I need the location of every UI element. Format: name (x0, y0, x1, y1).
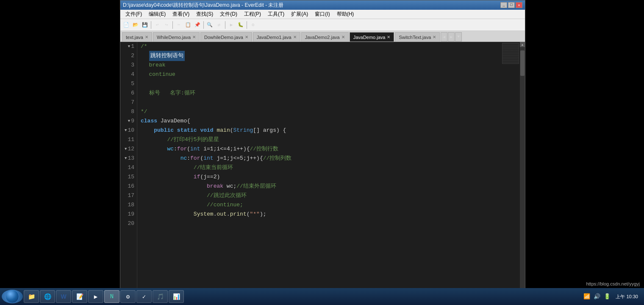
menu-help[interactable]: 帮助(H) (333, 10, 358, 19)
line-num-4: 4 (122, 70, 134, 79)
menu-edit[interactable]: 编辑(E) (145, 10, 169, 19)
line-num-1: ▼1 (122, 42, 134, 51)
line-num-11: 11 (122, 135, 134, 144)
tab-next-button[interactable]: ▶ (448, 32, 455, 42)
tab-switchtext[interactable]: SwitchText.java ✕ (395, 32, 440, 42)
menu-file2[interactable]: 文件(D) (217, 10, 241, 19)
tab-close-switchtext[interactable]: ✕ (433, 35, 436, 39)
taskbar-check[interactable]: ✓ (136, 290, 152, 303)
tab-close-javademo1[interactable]: ✕ (293, 35, 297, 39)
taskbar-notepad[interactable]: 📝 (72, 290, 87, 303)
toolbar-copy[interactable]: 📋 (184, 21, 192, 29)
toolbar-open[interactable]: 📂 (131, 21, 140, 29)
scrollbar-vertical[interactable]: ▲ ▼ (520, 42, 525, 295)
line-num-10: ▼10 (122, 126, 134, 135)
minimize-button[interactable]: _ (500, 2, 507, 8)
tab-prev-button[interactable]: ◀ (441, 32, 447, 42)
tab-close-whiledemo[interactable]: ✕ (192, 35, 196, 39)
toolbar-sep2 (172, 21, 173, 29)
taskbar-app9[interactable]: 🎵 (153, 290, 168, 303)
tab-dowhiledemo[interactable]: DowhileDemo.java ✕ (200, 32, 252, 42)
menu-project[interactable]: 工程(P) (241, 10, 264, 19)
tab-bar: text.java ✕ WhileDemo.java ✕ DowhileDemo… (120, 31, 525, 42)
toolbar-search[interactable]: 🔍 (205, 21, 214, 29)
line-num-12: ▼12 (122, 144, 134, 154)
toolbar-replace[interactable]: ⇄ (215, 21, 223, 29)
code-line-20 (141, 219, 520, 228)
app9-icon: 🎵 (156, 292, 164, 301)
window-title: D:\javase\day04\code\跳转控制语句\JavaDemo.jav… (123, 2, 283, 9)
scroll-up-button[interactable]: ▲ (520, 42, 525, 47)
title-bar: D:\javase\day04\code\跳转控制语句\JavaDemo.jav… (120, 0, 525, 10)
tab-textjava[interactable]: text.java ✕ (122, 32, 152, 42)
toolbar-new[interactable]: 📄 (122, 21, 130, 29)
menu-find[interactable]: 查找(S) (193, 10, 217, 19)
browser-icon: 🌐 (43, 292, 52, 301)
tab-list-button[interactable]: ▼ (455, 32, 462, 42)
line-num-19: 19 (122, 210, 134, 219)
code-line-6: 标号 名字:循环 (141, 89, 520, 98)
clock-time: 上午 10:30 (616, 294, 638, 300)
line-numbers: ▼1 2 3 4 5 6 7 8 ▼9 ▼10 11 ▼12 ▼13 14 15… (120, 42, 137, 295)
line-num-18: 18 (122, 200, 134, 210)
tab-close-dowhile[interactable]: ✕ (245, 35, 248, 39)
file-explorer-icon: 📁 (27, 292, 36, 301)
toolbar-sep3 (203, 21, 204, 29)
menu-extend[interactable]: 扩展(A) (288, 10, 311, 19)
media-icon: ▶ (92, 292, 100, 301)
tab-close-textjava[interactable]: ✕ (145, 35, 148, 39)
toolbar-paste[interactable]: 📌 (193, 21, 202, 29)
toolbar-sep5 (247, 21, 247, 29)
line-num-5: 5 (122, 79, 134, 89)
taskbar-word[interactable]: W (56, 290, 71, 303)
word-icon: W (59, 292, 68, 301)
taskbar-file-explorer[interactable]: 📁 (24, 290, 39, 303)
check-icon: ✓ (140, 292, 148, 301)
taskbar-app10[interactable]: 📊 (169, 290, 184, 303)
start-orb-icon (6, 290, 19, 303)
taskbar-browser[interactable]: 🌐 (40, 290, 55, 303)
tray-volume[interactable]: 🔊 (593, 293, 601, 300)
scroll-thumb[interactable] (520, 50, 525, 76)
tray-battery[interactable]: 🔋 (603, 293, 611, 300)
taskbar-media[interactable]: ▶ (88, 290, 103, 303)
system-clock[interactable]: 上午 10:30 (613, 294, 641, 300)
settings-icon: ⚙ (124, 292, 132, 301)
toolbar-cut[interactable]: ✂ (175, 21, 183, 29)
code-line-19: System . out . print ( "*" ); (141, 210, 520, 219)
menu-tools[interactable]: 工具(T) (264, 10, 288, 19)
menu-file[interactable]: 文件(F) (122, 10, 145, 19)
code-content[interactable]: /* 跳转控制语句 break continue 标号 (137, 42, 520, 295)
code-line-16: break wc; //结束外层循环 (141, 182, 520, 191)
menu-view[interactable]: 查看(V) (169, 10, 193, 19)
left-panel (0, 0, 120, 288)
toolbar-undo[interactable]: ↩ (153, 21, 161, 29)
toolbar-debug[interactable]: 🐛 (236, 21, 245, 29)
tray-network[interactable]: 📶 (583, 293, 591, 300)
tab-javademo2[interactable]: JavaDemo2.java ✕ (301, 32, 349, 42)
line-num-14: 14 (122, 163, 134, 172)
close-button[interactable]: ✕ (516, 2, 522, 8)
toolbar-save[interactable]: 💾 (141, 21, 149, 29)
toolbar-run[interactable]: ▶ (227, 21, 236, 29)
code-line-13: nc : for ( int j=1;j<=5;j++){ //控制列数 (141, 154, 520, 163)
code-line-5 (141, 79, 520, 89)
editor-area[interactable]: ▼1 2 3 4 5 6 7 8 ▼9 ▼10 11 ▼12 ▼13 14 15… (120, 42, 525, 295)
taskbar-everedit[interactable]: N (104, 290, 119, 303)
tab-close-javademo2[interactable]: ✕ (341, 35, 345, 39)
toolbar-redo[interactable]: ↪ (162, 21, 171, 29)
tab-javademo1[interactable]: JavaDemo1.java ✕ (253, 32, 300, 42)
right-panel (525, 0, 644, 288)
taskbar-settings[interactable]: ⚙ (120, 290, 136, 303)
code-line-7 (141, 98, 520, 107)
line-num-9: ▼9 (122, 116, 134, 126)
taskbar: 📁 🌐 W 📝 ▶ N ⚙ ✓ 🎵 📊 📶 🔊 🔋 上午 10:30 (0, 288, 644, 305)
tab-whiledemo[interactable]: WhileDemo.java ✕ (153, 32, 200, 42)
line-num-8: 8 (122, 107, 134, 116)
start-button[interactable] (2, 290, 23, 303)
tab-close-javademo[interactable]: ✕ (387, 35, 390, 39)
menu-window[interactable]: 窗口(I) (311, 10, 333, 19)
tab-javademo[interactable]: JavaDemo.java ✕ (350, 32, 394, 42)
toolbar-settings[interactable]: ⚙ (249, 21, 257, 29)
maximize-button[interactable]: □ (508, 2, 515, 8)
